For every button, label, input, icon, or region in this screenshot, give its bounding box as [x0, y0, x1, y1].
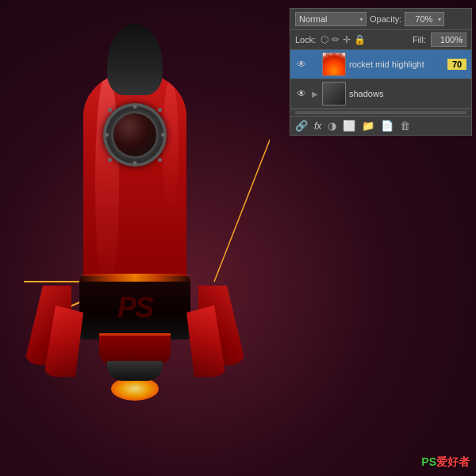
porthole-bolts [103, 103, 167, 167]
layer-chain-icon [311, 59, 319, 70]
delete-layer-icon[interactable]: 🗑 [400, 120, 410, 132]
layer-thumbnail [322, 82, 346, 106]
scrollbar-area [290, 109, 471, 116]
porthole-bolt [158, 108, 162, 112]
mask-icon[interactable]: ⬜ [343, 120, 355, 132]
layer-row-shadows[interactable]: 👁 ▶ shadows [290, 79, 471, 109]
porthole-bolt [158, 158, 162, 162]
rocket-mid-highlight [78, 274, 193, 282]
lock-all-icon[interactable]: 🔒 [354, 34, 366, 45]
rocket-mid-section: PS [79, 276, 190, 340]
lock-transparency-icon[interactable]: ⬡ [321, 34, 328, 45]
layer-name: shadows [349, 89, 466, 98]
folder-icon[interactable]: 📁 [362, 120, 374, 132]
porthole-bolt [133, 105, 137, 109]
layer-thumbnail [322, 52, 346, 76]
opacity-input[interactable] [405, 12, 444, 26]
watermark-rest: 爱好者 [436, 455, 470, 468]
layers-panel: 👁 rocket mid highlight 70 👁 ▶ shadows [290, 50, 471, 109]
layer-opacity-badge: 70 [447, 59, 466, 70]
blend-opacity-bar: Normal Multiply Screen Overlay Opacity: [290, 9, 471, 30]
photoshop-panel: Normal Multiply Screen Overlay Opacity: … [290, 8, 472, 136]
porthole-bolt [161, 133, 165, 137]
fill-label: Fill: [413, 35, 426, 44]
blend-mode-select[interactable]: Normal Multiply Screen Overlay [295, 12, 367, 26]
new-layer-icon[interactable]: 📄 [381, 120, 393, 132]
rocket-nozzle [99, 333, 171, 365]
layer-visibility-eye[interactable]: 👁 [295, 88, 308, 99]
lock-icons: ⬡ ✏ ✛ 🔒 [321, 34, 366, 45]
porthole-bolt [133, 161, 137, 165]
layer-name: rocket mid highlight [349, 60, 444, 69]
lock-fill-bar: Lock: ⬡ ✏ ✛ 🔒 Fill: [290, 30, 471, 50]
fill-wrapper[interactable] [431, 33, 466, 47]
layer-expand-arrow[interactable]: ▶ [311, 88, 319, 99]
lock-paint-icon[interactable]: ✏ [332, 34, 340, 45]
lock-label: Lock: [295, 35, 316, 44]
porthole-outer [103, 103, 167, 167]
layer-thumb-checkerboard [323, 53, 345, 75]
opacity-wrapper[interactable] [405, 12, 444, 26]
porthole-bolt [108, 108, 112, 112]
adjustment-layer-icon[interactable]: ◑ [328, 120, 336, 132]
rocket-nose [107, 24, 163, 95]
link-icon[interactable]: 🔗 [295, 120, 308, 132]
watermark-ps: PS [421, 455, 436, 468]
watermark: PS爱好者 [421, 455, 470, 470]
lock-position-icon[interactable]: ✛ [343, 34, 351, 45]
layer-row-rocket-mid-highlight[interactable]: 👁 rocket mid highlight 70 [290, 50, 471, 79]
layer-thumb-fire [323, 53, 345, 75]
rocket-nozzle-inner [107, 361, 163, 381]
fx-icon[interactable]: fx [314, 121, 321, 132]
porthole-bolt [105, 133, 109, 137]
porthole-bolt [108, 158, 112, 162]
layer-visibility-eye[interactable]: 👁 [295, 59, 308, 70]
scrollbar-track[interactable] [295, 111, 466, 114]
rocket: PS [48, 24, 222, 452]
opacity-label: Opacity: [370, 14, 401, 24]
rocket-mid-text: PS [117, 291, 152, 324]
fill-input[interactable] [431, 33, 466, 47]
panel-bottom-toolbar: 🔗 fx ◑ ⬜ 📁 📄 🗑 [290, 116, 471, 135]
blend-mode-wrapper[interactable]: Normal Multiply Screen Overlay [295, 12, 367, 26]
layer-thumb-shadow [323, 83, 345, 105]
